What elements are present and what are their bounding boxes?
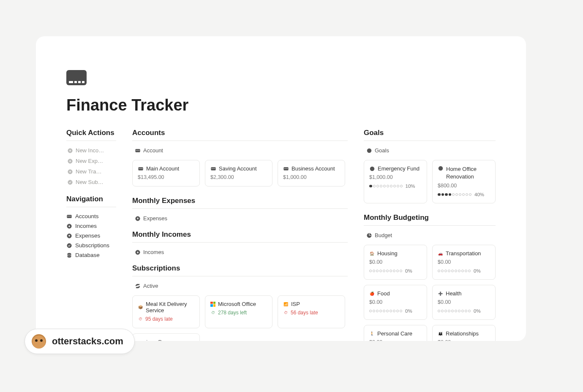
nav-database[interactable]: Database (66, 250, 116, 260)
svg-rect-14 (139, 168, 143, 168)
budget-card[interactable]: 👪Relationships$0.000% (432, 325, 496, 341)
category-icon: 🏠 (369, 251, 375, 256)
budgeting-tag[interactable]: Budget (365, 230, 496, 241)
budget-value: $0.00 (438, 299, 490, 305)
sync-icon (135, 283, 141, 289)
category-icon: 🚶 (369, 331, 375, 336)
budget-name: Health (446, 290, 462, 297)
goal-value: $800.00 (438, 183, 490, 189)
nav-incomes[interactable]: Incomes (66, 221, 116, 231)
box-icon: 📦 (138, 305, 143, 310)
watermark-pill[interactable]: otterstacks.com (25, 329, 135, 354)
card-icon (283, 166, 289, 172)
label: Expenses (143, 215, 167, 222)
navigation-title: Navigation (66, 195, 116, 203)
goals-tag[interactable]: Goals (365, 145, 496, 156)
nav-expenses[interactable]: Expenses (66, 231, 116, 241)
budget-value: $0.00 (369, 299, 422, 305)
nav-accounts[interactable]: Accounts (66, 211, 116, 221)
budget-card[interactable]: 🚗Transportation$0.000% (432, 245, 496, 280)
subscription-card[interactable]: 📦Meal Kit Delivery Service ⏱95 days late (132, 295, 200, 328)
database-icon (66, 252, 72, 258)
budget-value: $0.00 (369, 339, 422, 341)
quick-action-new-income[interactable]: New Inco… (66, 145, 116, 156)
subscription-name: Microsoft Office (218, 301, 256, 307)
goal-card[interactable]: Emergency Fund $1,000.00 10% (364, 160, 427, 203)
account-value: $2,300.00 (210, 174, 267, 180)
label: New Inco… (76, 147, 104, 154)
label: New Exp… (76, 158, 103, 164)
incomes-tag[interactable]: Incomes (134, 247, 348, 257)
label: Subscriptions (75, 242, 109, 249)
divider (132, 242, 348, 243)
budget-value: $0.00 (438, 259, 490, 265)
account-card[interactable]: Main Account $13,495.00 (132, 160, 200, 187)
target-icon (366, 148, 372, 154)
label: Budget (375, 232, 392, 238)
account-name: Business Account (292, 165, 335, 172)
label: Database (75, 252, 100, 258)
budget-card[interactable]: 🏠Housing$0.000% (364, 245, 427, 280)
goal-card[interactable]: Home Office Renovation $800.00 40% (432, 160, 496, 203)
quick-action-new-expense[interactable]: New Exp… (66, 156, 116, 166)
budget-progress: 0% (438, 268, 490, 273)
expenses-title: Monthly Expenses (132, 197, 348, 205)
card-icon (135, 148, 141, 154)
budget-name: Relationships (446, 330, 479, 337)
subscription-card[interactable]: …giene Box …scription (132, 333, 200, 341)
accounts-title: Accounts (132, 129, 348, 137)
subscription-card[interactable]: 📶ISP ⏱56 days late (278, 295, 345, 328)
target-icon (369, 166, 375, 172)
quick-action-new-subscription[interactable]: New Sub… (66, 177, 116, 187)
subscriptions-tag[interactable]: Active (134, 281, 348, 291)
divider (364, 141, 496, 141)
svg-rect-16 (211, 168, 216, 168)
account-card[interactable]: Saving Account $2,300.00 (205, 160, 272, 187)
label: New Sub… (76, 179, 104, 185)
subscription-status: ⏱56 days late (283, 310, 340, 316)
label: Incomes (143, 249, 164, 255)
expenses-tag[interactable]: Expenses (134, 213, 348, 224)
check-badge-icon (67, 179, 73, 185)
check-badge-icon (66, 243, 72, 249)
subscriptions-title: Subscriptions (132, 264, 348, 273)
card-icon (138, 166, 144, 172)
budget-value: $0.00 (369, 259, 422, 265)
nav-subscriptions[interactable]: Subscriptions (66, 241, 116, 250)
goal-progress: 40% (438, 192, 490, 197)
svg-point-23 (369, 150, 369, 151)
arrow-down-circle-icon (66, 223, 72, 229)
goal-name: Home Office Renovation (446, 165, 490, 180)
label: Goals (375, 147, 389, 154)
subscription-status: ⏱95 days late (138, 316, 194, 322)
card-icon (66, 214, 72, 219)
budget-card[interactable]: 🍎Food$0.000% (364, 285, 427, 320)
budget-card[interactable]: 🚶Personal Care$0.000% (364, 325, 427, 341)
category-icon: ➕ (438, 291, 443, 296)
sidebar: Quick Actions New Inco… New Exp… New Tra… (66, 129, 116, 341)
quick-action-new-transfer[interactable]: New Tra… (66, 166, 116, 177)
goal-name: Emergency Fund (378, 165, 420, 172)
plus-circle-icon (67, 158, 73, 164)
arrow-up-circle-icon (66, 233, 72, 239)
otter-icon (32, 334, 46, 349)
plus-circle-icon (67, 148, 73, 154)
label: Active (143, 283, 158, 289)
accounts-tag[interactable]: Account (134, 145, 348, 156)
account-card[interactable]: Business Account $1,000.00 (278, 160, 345, 187)
category-icon: 👪 (438, 331, 443, 336)
app-icon (66, 70, 87, 85)
svg-point-27 (440, 168, 442, 170)
label: Incomes (75, 223, 97, 229)
subscription-name: Meal Kit Delivery Service (146, 301, 194, 314)
subscription-card[interactable]: Microsoft Office ⏱278 days left (205, 295, 272, 328)
account-name: Main Account (146, 165, 179, 172)
divider (132, 276, 348, 276)
budget-card[interactable]: ➕Health$0.000% (432, 285, 496, 320)
svg-point-8 (67, 243, 72, 248)
budget-name: Housing (377, 250, 398, 257)
divider (364, 225, 496, 226)
microsoft-icon (210, 302, 215, 307)
svg-point-25 (371, 168, 373, 170)
svg-point-3 (68, 180, 73, 184)
